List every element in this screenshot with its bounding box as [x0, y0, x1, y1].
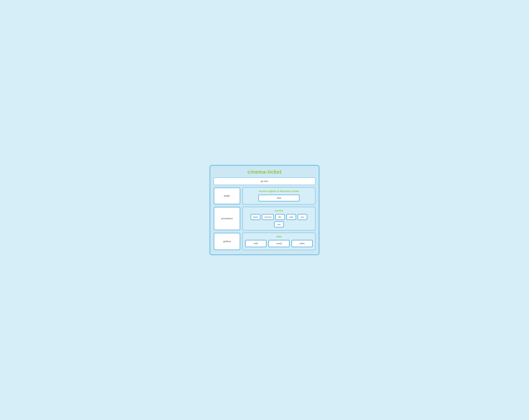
service-panel: service advertcommentfilmorderpayuser [242, 207, 315, 230]
row-jaeger-service-register: jaeger service register & discovery cent… [214, 187, 315, 204]
data-items-container: redismysqlkafka [245, 240, 313, 247]
go-zero-label: go-zero [261, 180, 268, 182]
prometheus-box: prometheus [214, 207, 240, 230]
service-item: user [274, 221, 284, 227]
service-register-panel: service register & discovery center etcd [242, 187, 315, 204]
service-title: service [245, 209, 313, 212]
grafana-box: grafana [214, 233, 240, 250]
data-item: kafka [291, 240, 313, 247]
row-prometheus-service: prometheus service advertcommentfilmorde… [214, 207, 315, 230]
row-grafana-data: grafana data redismysqlkafka [214, 233, 315, 250]
service-item: film [275, 214, 285, 220]
data-item: mysql [268, 240, 290, 247]
data-panel: data redismysqlkafka [242, 233, 315, 250]
grafana-label: grafana [223, 240, 231, 243]
outer-container: cinema-ticket go-zero jaeger service reg… [210, 165, 319, 255]
service-item: pay [298, 214, 307, 220]
service-item: advert [251, 214, 260, 220]
jaeger-box: jaeger [214, 187, 240, 204]
service-items-container: advertcommentfilmorderpayuser [245, 214, 313, 227]
main-title: cinema-ticket [214, 169, 315, 175]
go-zero-box: go-zero [214, 177, 315, 185]
data-title: data [245, 235, 313, 238]
jaeger-label: jaeger [224, 195, 230, 197]
service-item: comment [262, 214, 274, 220]
etcd-box: etcd [258, 195, 300, 202]
service-item: order [286, 214, 296, 220]
prometheus-label: prometheus [221, 217, 233, 220]
etcd-label: etcd [277, 197, 281, 199]
data-item: redis [245, 240, 266, 247]
service-register-title: service register & discovery center [245, 190, 313, 193]
